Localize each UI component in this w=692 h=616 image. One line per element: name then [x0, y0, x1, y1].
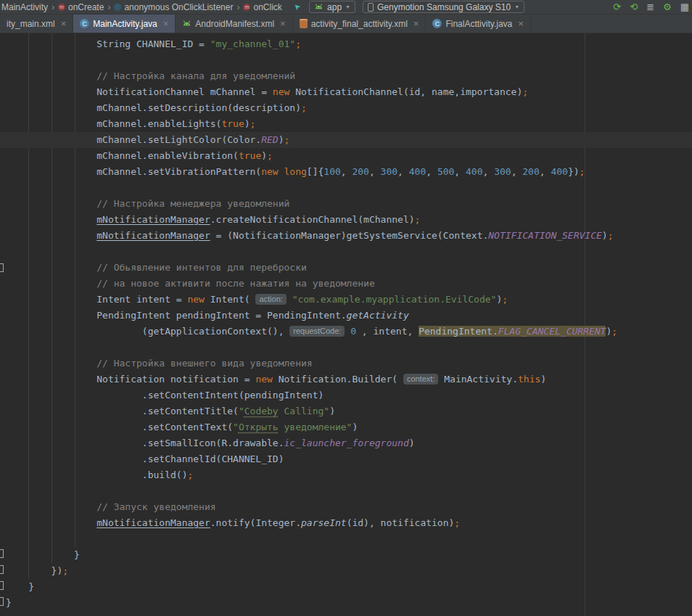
tab-close-icon[interactable]: × — [163, 18, 169, 29]
fold-marker[interactable] — [0, 565, 4, 574]
code-line[interactable]: } — [0, 579, 692, 595]
code-line[interactable]: }); — [0, 563, 692, 579]
device-label: Genymotion Samsung Galaxy S10 — [377, 2, 511, 12]
navigation-bar: MainActivity›monCreate›anonymous OnClick… — [0, 2, 284, 12]
code-line[interactable] — [0, 531, 692, 547]
breadcrumb-separator: › — [236, 2, 239, 12]
method-icon: m — [243, 4, 250, 11]
tab-label: FinalActtivity.java — [445, 19, 512, 29]
tab-label: ity_main.xml — [7, 19, 55, 29]
device-manager-icon[interactable]: ▦ — [680, 2, 689, 12]
tab-close-icon[interactable]: × — [518, 18, 524, 29]
breadcrumb-item[interactable]: monCreate — [57, 2, 105, 12]
breadcrumb-label: anonymous OnClickListener — [124, 2, 233, 12]
code-line[interactable]: mChannel.setLightColor(Color.RED); — [0, 132, 692, 148]
inlay-hint: requestCode: — [289, 326, 345, 337]
tab-label: MainActivity.java — [93, 19, 157, 29]
logcat-icon[interactable]: ≣ — [646, 2, 654, 12]
code-line[interactable]: // Обьявление интентов для переброски — [0, 260, 692, 276]
apply-code-changes-icon[interactable]: ⟲ — [630, 2, 638, 12]
tab-label: activity_final_acttivity.xml — [311, 19, 408, 29]
code-line[interactable] — [0, 52, 692, 68]
run-config-label: app — [327, 2, 342, 12]
device-dropdown[interactable]: Genymotion Samsung Galaxy S10 ▼ — [363, 1, 524, 13]
code-line[interactable]: // Настройка канала для уведомлений — [0, 68, 692, 84]
java-class-icon: C — [80, 19, 89, 28]
fold-marker[interactable] — [0, 263, 4, 272]
breadcrumb-separator: › — [107, 2, 110, 12]
phone-icon — [368, 3, 374, 12]
code-line[interactable]: Intent intent = new Intent( action: "com… — [0, 292, 692, 308]
attach-debugger-pointer-icon[interactable]: ➤ — [292, 1, 303, 13]
code-line[interactable]: .setSmallIcon(R.drawable.ic_launcher_for… — [0, 435, 692, 451]
code-line[interactable] — [0, 180, 692, 196]
tab-close-icon[interactable]: × — [61, 18, 67, 29]
code-line[interactable]: mChannel.enableLights(true); — [0, 116, 692, 132]
java-class-icon: C — [432, 19, 442, 28]
breadcrumb-label: onClick — [253, 2, 281, 12]
tab-mainactivity-java[interactable]: CMainActivity.java× — [73, 15, 176, 33]
code-line[interactable]: mChannel.setVibrationPattern(new long[]{… — [0, 164, 692, 180]
inlay-hint: action: — [255, 294, 286, 305]
code-line[interactable]: (getApplicationContext(), requestCode: 0… — [0, 324, 692, 340]
apply-changes-icon[interactable]: ⟳ — [613, 2, 621, 12]
code-line[interactable]: } — [0, 595, 692, 611]
code-line[interactable]: .setContentIntent(pendingIntent) — [0, 387, 692, 403]
code-line[interactable]: .setContentText("Открыть уведомление") — [0, 419, 692, 435]
inlay-hint: context: — [403, 374, 439, 385]
method-icon: m — [58, 4, 65, 11]
tab-bar: ity_main.xml×CMainActivity.java×AndroidM… — [0, 15, 692, 33]
code-line[interactable] — [0, 340, 692, 356]
code-line[interactable]: mNotificationManager.createNotificationC… — [0, 212, 692, 228]
code-line[interactable]: } — [0, 547, 692, 563]
main-toolbar: MainActivity›monCreate›anonymous OnClick… — [0, 0, 692, 15]
breadcrumb-item[interactable]: monClick — [242, 2, 283, 12]
fold-marker[interactable] — [0, 549, 4, 558]
code-line[interactable]: NotificationChannel mChannel = new Notif… — [0, 84, 692, 100]
tab-androidmanifest-xml[interactable]: AndroidManifest.xml× — [176, 15, 292, 33]
chevron-down-icon: ▼ — [345, 4, 350, 9]
run-config-dropdown[interactable]: app ▼ — [309, 1, 355, 13]
sdk-manager-icon[interactable]: ⚙ — [663, 2, 672, 12]
breadcrumb-separator: › — [52, 2, 54, 12]
fold-marker[interactable] — [0, 581, 4, 590]
tab-close-icon[interactable]: × — [413, 18, 419, 29]
tab-finalacttivity-java[interactable]: CFinalActtivity.java× — [426, 15, 530, 33]
tab-ity-main-xml[interactable]: ity_main.xml× — [0, 15, 73, 33]
code-line[interactable]: mChannel.enableVibration(true); — [0, 148, 692, 164]
code-line[interactable] — [0, 244, 692, 260]
code-line[interactable]: .setChannelId(CHANNEL_ID) — [0, 451, 692, 467]
tab-close-icon[interactable]: × — [280, 18, 286, 29]
breadcrumb-item[interactable]: anonymous OnClickListener — [112, 2, 234, 12]
code-line[interactable]: .build(); — [0, 467, 692, 483]
chevron-down-icon: ▼ — [514, 4, 519, 9]
code-line[interactable]: mNotificationManager = (NotificationMana… — [0, 228, 692, 244]
tab-activity-final-acttivity-xml[interactable]: activity_final_acttivity.xml× — [293, 15, 427, 33]
code-line[interactable]: // на новое активити после нажатия на ув… — [0, 276, 692, 292]
code-line[interactable]: String CHANNEL_ID = "my_channel_01"; — [0, 36, 692, 52]
code-editor[interactable]: String CHANNEL_ID = "my_channel_01"; // … — [0, 33, 692, 616]
code-line[interactable] — [0, 483, 692, 499]
android-icon — [314, 2, 324, 12]
tab-label: AndroidManifest.xml — [195, 19, 274, 29]
code-area: String CHANNEL_ID = "my_channel_01"; // … — [0, 33, 692, 611]
code-line[interactable]: // Настройка внешнего вида уведомления — [0, 356, 692, 371]
android-icon — [182, 19, 191, 28]
code-line[interactable]: // Настройка менеджера уведомлений — [0, 196, 692, 212]
code-line[interactable]: PendingIntent pendingIntent = PendingInt… — [0, 308, 692, 324]
layout-file-icon — [300, 19, 308, 28]
breadcrumb-label: onCreate — [68, 2, 104, 12]
toolbar-right-icons: ⟳⟲≣⚙▦ — [613, 2, 692, 12]
breadcrumb-item[interactable]: MainActivity — [0, 2, 49, 12]
code-line[interactable]: mChannel.setDescription(description); — [0, 100, 692, 116]
code-line[interactable]: mNotificationManager.notify(Integer.pars… — [0, 515, 692, 531]
breadcrumb-label: MainActivity — [1, 2, 48, 12]
code-line[interactable]: // Запуск уведомления — [0, 499, 692, 515]
code-line[interactable]: .setContentTitle("Codeby Calling") — [0, 403, 692, 419]
code-line[interactable]: Notification notification = new Notifica… — [0, 371, 692, 387]
fold-marker[interactable] — [0, 597, 4, 606]
anonymous-class-icon — [114, 4, 121, 11]
